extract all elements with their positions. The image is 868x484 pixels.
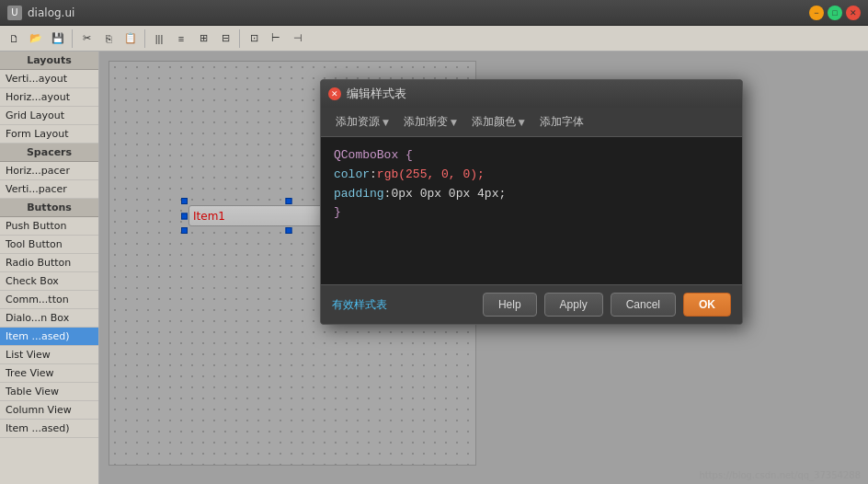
add-color-label: 添加颜色 [472,114,516,130]
dialog-close-button[interactable]: ✕ [328,87,341,100]
window-title: dialog.ui [28,6,804,19]
toolbar-layout-v[interactable]: ≡ [171,29,191,49]
sidebar-item-radio-button[interactable]: Radio Button [0,254,98,272]
app-icon: U [7,6,22,20]
watermark: https://blog.csdn.net/qq_37354288 [699,470,861,480]
toolbar-more-2[interactable]: ⊢ [266,29,286,49]
sidebar-item-verti-spacer[interactable]: Verti...pacer [0,180,98,199]
menu-add-resource[interactable]: 添加资源 ▼ [328,111,396,133]
sidebar-item-column-view[interactable]: Column View [0,401,98,420]
code-val-color: rgb(255, 0, 0); [377,166,485,185]
toolbar-copy[interactable]: ⎘ [98,29,119,49]
sidebar-category-spacers: Spacers [0,144,98,162]
sidebar-item-tree-view[interactable]: Tree View [0,364,98,383]
add-resource-arrow: ▼ [383,118,389,127]
toolbar-layout-grid[interactable]: ⊞ [193,29,213,49]
ok-button[interactable]: OK [683,293,731,317]
code-selector: QComboBox { [334,146,413,166]
cancel-button[interactable]: Cancel [611,293,676,317]
add-gradient-arrow: ▼ [451,118,457,127]
sidebar: Layouts Verti...ayout Horiz...ayout Grid… [0,52,99,484]
toolbar: 🗋 📂 💾 ✂ ⎘ 📋 ||| ≡ ⊞ ⊟ ⊡ ⊢ ⊣ [0,26,868,52]
dialog-footer: 有效样式表 Help Apply Cancel OK [321,284,742,324]
sidebar-category-buttons: Buttons [0,199,98,217]
sidebar-item-verti-layout[interactable]: Verti...ayout [0,70,98,88]
code-line-2: color : rgb(255, 0, 0); [334,166,729,185]
add-color-arrow: ▼ [519,118,525,127]
code-prop-color: color [334,166,370,185]
toolbar-cut[interactable]: ✂ [76,29,97,49]
toolbar-layout-form[interactable]: ⊟ [215,29,235,49]
code-colon-2: : [384,185,392,204]
menu-add-gradient[interactable]: 添加渐变 ▼ [396,111,464,133]
sidebar-item-item-based2[interactable]: Item ...ased) [0,420,98,438]
sidebar-item-dialog-button[interactable]: Dialo...n Box [0,309,98,328]
toolbar-more-3[interactable]: ⊣ [288,29,308,49]
code-val-padding: 0px 0px 0px 4px; [391,185,506,204]
add-resource-label: 添加资源 [336,114,380,130]
sidebar-item-check-box[interactable]: Check Box [0,272,98,291]
sidebar-item-form-layout[interactable]: Form Layout [0,125,98,144]
code-line-1: QComboBox { [334,146,729,166]
sidebar-item-item-based[interactable]: Item ...ased) [0,328,98,346]
sidebar-item-horiz-spacer[interactable]: Horiz...pacer [0,162,98,180]
sidebar-item-tool-button[interactable]: Tool Button [0,236,98,254]
close-button[interactable]: ✕ [846,6,861,20]
style-editor-dialog: ✕ 编辑样式表 添加资源 ▼ 添加渐变 ▼ 添加颜色 ▼ [320,79,743,325]
window-controls: − □ ✕ [809,6,861,20]
toolbar-more-1[interactable]: ⊡ [244,29,264,49]
menu-add-color[interactable]: 添加颜色 ▼ [464,111,532,133]
toolbar-separator-3 [239,29,240,48]
dialog-titlebar: ✕ 编辑样式表 [321,80,742,108]
canvas-area[interactable]: Item1 ▲▼ ✕ 编辑样式表 添加资源 ▼ [99,52,868,484]
sidebar-item-push-button[interactable]: Push Button [0,217,98,236]
toolbar-save[interactable]: 💾 [48,29,68,49]
toolbar-open[interactable]: 📂 [26,29,46,49]
sidebar-category-layouts: Layouts [0,52,98,70]
dialog-menu-bar: 添加资源 ▼ 添加渐变 ▼ 添加颜色 ▼ 添加字体 [321,108,742,137]
valid-stylesheet-label: 有效样式表 [332,297,387,313]
code-close-brace: } [334,203,341,223]
toolbar-separator-2 [144,29,145,48]
sidebar-item-list-view[interactable]: List View [0,346,98,364]
add-gradient-label: 添加渐变 [404,114,448,130]
menu-add-font[interactable]: 添加字体 [532,111,591,133]
code-colon-1: : [370,166,377,185]
add-font-label: 添加字体 [540,114,584,130]
sidebar-item-comm-button[interactable]: Comm...tton [0,291,98,309]
toolbar-paste[interactable]: 📋 [120,29,141,49]
dialog-title: 编辑样式表 [347,86,735,102]
apply-button[interactable]: Apply [544,293,603,317]
toolbar-new[interactable]: 🗋 [4,29,24,49]
title-bar: U dialog.ui − □ ✕ [0,0,868,26]
code-line-4: } [334,203,729,223]
toolbar-separator-1 [72,29,73,48]
code-line-3: padding : 0px 0px 0px 4px; [334,185,729,204]
sidebar-item-grid-layout[interactable]: Grid Layout [0,107,98,125]
minimize-button[interactable]: − [809,6,824,20]
dialog-overlay: ✕ 编辑样式表 添加资源 ▼ 添加渐变 ▼ 添加颜色 ▼ [99,52,868,484]
main-layout: Layouts Verti...ayout Horiz...ayout Grid… [0,52,868,484]
sidebar-item-table-view[interactable]: Table View [0,383,98,401]
toolbar-layout-h[interactable]: ||| [149,29,169,49]
code-prop-padding: padding [334,185,384,204]
help-button[interactable]: Help [483,293,537,317]
maximize-button[interactable]: □ [828,6,842,20]
code-editor[interactable]: QComboBox { color : rgb(255, 0, 0); padd… [321,137,742,284]
sidebar-item-horiz-layout[interactable]: Horiz...ayout [0,88,98,107]
